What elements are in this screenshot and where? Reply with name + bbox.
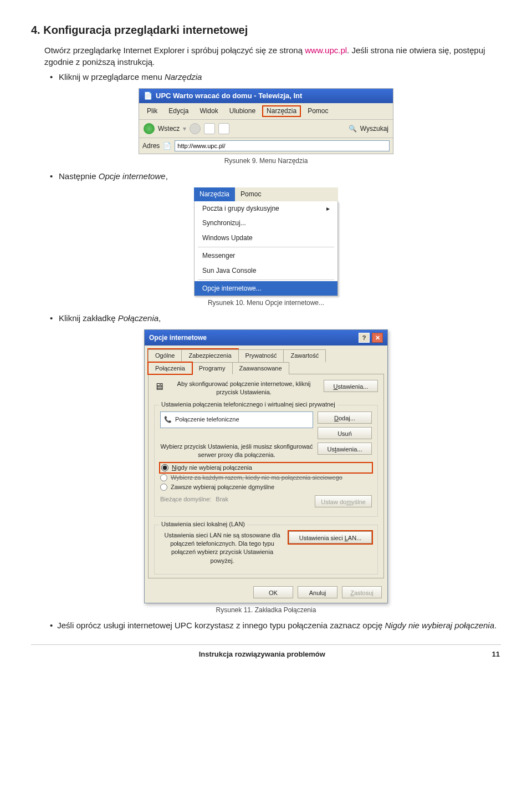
menu-pomoc[interactable]: Pomoc [303,105,332,117]
default-label: Bieżące domyślne: [160,495,211,504]
caption-10: Rysunek 10. Menu Opcje internetowe... [31,298,501,308]
toolbar-sep: ▾ [183,124,186,134]
search-label[interactable]: Wyszukaj [360,124,388,134]
tab-programy[interactable]: Programy [192,362,233,374]
section-heading: 4. Konfiguracja przeglądarki internetowe… [31,22,501,38]
lan-text: Ustawienia sieci LAN nie są stosowane dl… [160,531,284,566]
ie-toolbar: Wstecz ▾ 🔍 Wyszukaj [139,120,393,138]
usun-button[interactable]: Usuń [318,427,372,439]
radio-nigdy-label: Nigdy nie wybieraj połączenia [172,464,252,472]
figure-11: Opcje internetowe ? ✕ Ogólne Zabezpiecze… [31,329,501,603]
submenu-arrow-icon: ▸ [326,204,330,214]
bullet-dot: • [50,170,54,182]
dd-item-messenger[interactable]: Messenger [195,248,337,263]
dialog-footer: OK Anuluj Zastosuj [145,582,387,603]
bullet-3: • Kliknij zakładkę Połączenia, [50,312,501,324]
forward-icon[interactable] [190,123,201,134]
bullet-3-post: , [158,313,161,323]
anuluj-button[interactable]: Anuluj [298,586,337,598]
search-icon[interactable]: 🔍 [349,124,357,134]
help-button[interactable]: ? [359,333,370,343]
bullet-4-em: Nigdy nie wybieraj połączenia [385,621,494,630]
dd-item-winupdate[interactable]: Windows Update [195,231,337,246]
ie-titlebar: 📄 UPC Warto wracać do domu - Telewizja, … [139,89,393,103]
bullet-2-post: , [166,171,168,181]
dialog-titlebar: Opcje internetowe ? ✕ [145,330,387,345]
page-footer: Instrukcja rozwiązywania problemów 11 [31,649,501,665]
menu-widok[interactable]: Widok [195,105,222,117]
menu-narzedzia[interactable]: Narzędzia [262,105,301,117]
group-lan: Ustawienia sieci lokalnej (LAN) Ustawien… [154,525,378,575]
tab-prywatnosc[interactable]: Prywatność [238,349,284,362]
dd-separator [198,279,334,280]
ie-page-icon: 📄 [144,91,152,101]
address-label: Adres [142,141,160,151]
ie-address-row: Adres 📄 [139,138,393,154]
group-dialup: Ustawienia połączenia telefonicznego i w… [154,405,378,517]
zastosuj-button: Zastosuj [342,586,382,598]
address-input[interactable] [175,140,390,151]
phone-icon: 📞 [164,415,172,424]
proxy-text: Wybierz przycisk Ustawienia, jeśli musis… [160,443,313,460]
footer-rule [31,644,501,645]
footer-page: 11 [492,649,500,659]
dd-item-opcje[interactable]: Opcje internetowe... [195,281,337,296]
dodaj-button[interactable]: Dodaj... [318,411,372,424]
menu-ulubione[interactable]: Ulubione [225,105,260,117]
group-dialup-title: Ustawienia połączenia telefonicznego i w… [159,400,337,409]
dd-item-poczta[interactable]: Poczta i grupy dyskusyjne▸ [195,201,337,216]
caption-9: Rysunek 9. Menu Narzędzia [31,156,501,166]
connection-item: Połączenie telefoniczne [175,415,239,424]
lan-settings-button[interactable]: Ustawienia sieci LAN... [289,531,372,543]
tab-polaczenia[interactable]: Połączenia [148,362,192,374]
dd-item-java[interactable]: Sun Java Console [195,263,337,278]
menu-edycja[interactable]: Edycja [164,105,193,117]
radio-nigdy-input[interactable] [161,464,168,471]
refresh-icon[interactable] [218,123,229,134]
bullet-2: • Następnie Opcje internetowe, [50,170,501,182]
close-button[interactable]: ✕ [372,333,383,343]
dd-item-sync[interactable]: Synchronizuj... [195,216,337,231]
intro-text-a: Otwórz przeglądarkę Internet Explorer i … [44,45,305,55]
tab-zawartosc[interactable]: Zawartość [283,349,326,362]
back-icon[interactable] [144,123,155,134]
bullet-dot: • [50,71,54,83]
ok-button[interactable]: OK [253,586,293,598]
radio-zawsze-input[interactable] [160,484,167,491]
dialog-tabs: Ogólne Zabezpieczenia Prywatność Zawarto… [145,345,387,374]
bullet-1-em: Narzędzia [165,72,202,82]
bullet-2-text: Następnie [59,171,99,181]
bullet-4: • Jeśli oprócz usługi internetowej UPC k… [50,619,501,631]
menu-plik[interactable]: Plik [142,105,162,117]
tab-zabezpieczenia[interactable]: Zabezpieczenia [181,349,238,362]
dd-tab-pomoc[interactable]: Pomoc [235,187,267,201]
ustawienia2-button[interactable]: Ustawienia... [318,443,372,455]
ie-menubar: Plik Edycja Widok Ulubione Narzędzia Pom… [139,103,393,120]
radio-zawsze[interactable]: Zawsze wybieraj połączenie domyślne [160,483,372,491]
dialog-body: 🖥 Aby skonfigurować połączenie interneto… [148,374,384,578]
radio-kazdym[interactable]: Wybierz za każdym razem, kiedy nie ma po… [160,474,372,482]
bullet-3-em: Połączenia [118,313,158,323]
connection-listbox[interactable]: 📞 Połączenie telefoniczne [160,411,313,428]
tab-zaawansowane[interactable]: Zaawansowane [232,362,289,374]
dialog-title: Opcje internetowe [149,333,207,343]
tab-ogolne[interactable]: Ogólne [148,349,182,362]
page-small-icon: 📄 [163,141,171,151]
radio-kazdym-input[interactable] [160,474,167,481]
figure-10: Narzędzia Pomoc Poczta i grupy dyskusyjn… [31,187,501,297]
intro-paragraph: Otwórz przeglądarkę Internet Explorer i … [44,44,501,68]
dd-separator [198,247,334,247]
bullet-dot: • [50,619,53,631]
stop-icon[interactable] [204,123,215,134]
upc-link[interactable]: www.upc.pl [305,45,347,55]
ustawienia-button[interactable]: UUstawienia...stawienia... [324,380,378,392]
dd-item-poczta-label: Poczta i grupy dyskusyjne [202,204,279,214]
config-text: Aby skonfigurować połączenie internetowe… [168,380,319,397]
radio-nigdy[interactable]: Nigdy nie wybieraj połączenia [160,463,372,472]
ie-title-text: UPC Warto wracać do domu - Telewizja, In… [156,91,302,101]
back-label[interactable]: Wstecz [158,124,180,134]
dd-tab-narzedzia[interactable]: Narzędzia [194,187,235,201]
figure-9: 📄 UPC Warto wracać do domu - Telewizja, … [31,88,501,154]
bullet-2-em: Opcje internetowe [99,171,166,181]
radio-zawsze-label: Zawsze wybieraj połączenie domyślne [171,483,274,491]
